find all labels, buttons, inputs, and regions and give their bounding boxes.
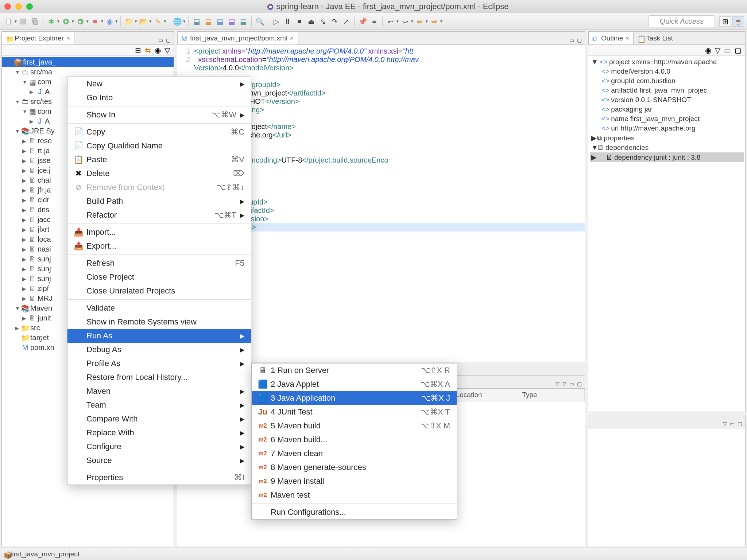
view-menu-icon[interactable]: ▽	[723, 421, 727, 427]
pin-icon[interactable]: 📌	[357, 16, 368, 27]
coverage-icon[interactable]: ◉	[105, 16, 115, 27]
xml-icon[interactable]: ⬓	[227, 16, 237, 27]
new-icon[interactable]	[4, 16, 14, 27]
open-perspective-icon[interactable]: ⊞	[719, 16, 731, 27]
menu-item[interactable]: Show In⌥⌘W▶	[67, 108, 251, 122]
stop-server-icon[interactable]: ■	[90, 16, 100, 27]
menu-item[interactable]: Maven▶	[67, 384, 251, 398]
menu-item[interactable]: Show in Remote Systems view	[67, 315, 251, 329]
menu-item[interactable]: 🟦2 Java Applet⌥⌘X A	[252, 377, 457, 391]
menu-item[interactable]: Close Project	[67, 270, 251, 284]
step-return-icon[interactable]: ↗	[341, 16, 351, 27]
menu-item[interactable]: 📤Export...	[67, 239, 251, 253]
step-over-icon[interactable]: ↷	[329, 16, 340, 27]
jpa-icon[interactable]: ⬓	[191, 16, 202, 27]
maximize-icon[interactable]: ▢	[166, 37, 171, 43]
focus-task-icon[interactable]: ◉	[155, 46, 161, 55]
minimize-icon[interactable]: ▭	[724, 46, 731, 55]
focus-icon[interactable]: ◉	[705, 46, 711, 55]
menu-item[interactable]: Ju4 JUnit Test⌥⌘X T	[252, 405, 457, 419]
menu-item[interactable]: ✖Delete⌦	[67, 167, 251, 180]
close-icon[interactable]: ✕	[66, 35, 70, 41]
quick-access-input[interactable]: Quick Access	[649, 15, 715, 27]
filter-icon[interactable]: ≡	[369, 16, 379, 27]
web-browser-icon[interactable]: 🌐	[172, 16, 182, 27]
view-menu-icon[interactable]: ▽	[165, 46, 170, 55]
filter-icon[interactable]: ▽	[556, 381, 560, 387]
menu-item[interactable]: m26 Maven build...	[252, 433, 457, 447]
menu-item[interactable]: Restore from Local History...	[67, 370, 251, 384]
run-icon[interactable]	[61, 16, 71, 27]
menu-item[interactable]: m29 Maven install	[252, 474, 457, 488]
menu-item[interactable]: Replace With▶	[67, 426, 251, 440]
maximize-icon[interactable]: ▢	[577, 37, 582, 43]
prev-edit-icon[interactable]: ⤺	[386, 16, 396, 27]
menu-item[interactable]: Source▶	[67, 454, 251, 467]
minimize-icon[interactable]: ▭	[569, 381, 574, 387]
new-project-icon[interactable]: 📁	[124, 16, 134, 27]
next-edit-icon[interactable]: ⤻	[400, 16, 410, 27]
close-icon[interactable]: ✕	[290, 35, 294, 41]
menu-item[interactable]: Team▶	[67, 398, 251, 412]
save-all-icon[interactable]	[30, 16, 40, 27]
suspend-icon[interactable]: ⏸	[283, 16, 293, 27]
maximize-icon[interactable]: ▢	[577, 381, 582, 387]
close-icon[interactable]: ✕	[625, 35, 630, 41]
menu-item[interactable]: Validate	[67, 301, 251, 315]
build-icon[interactable]: ✎	[153, 16, 163, 27]
forward-icon[interactable]: ➡	[429, 16, 440, 27]
resume-icon[interactable]: ▷	[271, 16, 281, 27]
menu-item[interactable]: Refactor⌥⌘T▶	[67, 208, 251, 222]
save-icon[interactable]	[18, 16, 28, 27]
menu-item[interactable]: 📋Paste⌘V	[67, 153, 251, 167]
step-into-icon[interactable]: ↘	[318, 16, 328, 27]
menu-item[interactable]: m27 Maven clean	[252, 447, 457, 460]
menu-item[interactable]: New▶	[67, 77, 251, 91]
terminate-icon[interactable]: ■	[294, 16, 305, 27]
link-icon[interactable]: ▽	[715, 46, 720, 55]
debug-icon[interactable]: ✱	[46, 16, 57, 27]
project-explorer-tab[interactable]: 📁 Project Explorer ✕	[2, 32, 74, 44]
view-menu-icon[interactable]: ▽	[562, 381, 566, 387]
menu-item[interactable]: 📄Copy⌘C	[67, 125, 251, 139]
task-list-tab[interactable]: 📋 Task List	[634, 32, 677, 44]
minimize-window-icon[interactable]	[15, 3, 22, 10]
menu-item[interactable]: 📄Copy Qualified Name	[67, 139, 251, 153]
minimize-icon[interactable]: ▭	[158, 37, 163, 43]
menu-item[interactable]: Run Configurations...	[252, 505, 457, 519]
disconnect-icon[interactable]: ⏏	[306, 16, 316, 27]
collapse-all-icon[interactable]: ⊟	[135, 46, 141, 55]
link-editor-icon[interactable]: ⇆	[145, 46, 151, 55]
context-menu-project[interactable]: New▶Go IntoShow In⌥⌘W▶📄Copy⌘C📄Copy Quali…	[67, 77, 251, 485]
maximize-icon[interactable]: ▢	[735, 46, 742, 55]
maximize-icon[interactable]: ▢	[738, 421, 742, 427]
tree-root[interactable]: ▼ 📦 first_java_	[2, 57, 174, 67]
col-location[interactable]: Location	[452, 389, 519, 401]
menu-item[interactable]: Run As▶	[67, 329, 251, 343]
ejb-icon[interactable]: ⬓	[215, 16, 225, 27]
minimize-icon[interactable]: ▭	[569, 37, 574, 43]
menu-item[interactable]: 📥Import...	[67, 225, 251, 239]
menu-item[interactable]: Debug As▶	[67, 343, 251, 357]
run-last-icon[interactable]: ▶	[76, 16, 86, 27]
menu-item[interactable]: m25 Maven build⌥⇧X M	[252, 419, 457, 433]
close-window-icon[interactable]	[4, 3, 11, 10]
menu-item[interactable]: Go Into	[67, 91, 251, 105]
outline-tab[interactable]: ⧉ Outline ✕	[588, 32, 634, 44]
menu-item[interactable]: Build Path▶	[67, 194, 251, 208]
col-type[interactable]: Type	[518, 389, 585, 401]
menu-item[interactable]: Compare With▶	[67, 412, 251, 426]
menu-item[interactable]: Configure▶	[67, 440, 251, 454]
context-submenu-run-as[interactable]: 🖥1 Run on Server⌥⇧X R🟦2 Java Applet⌥⌘X A…	[251, 363, 457, 520]
jpa-diagram-icon[interactable]: ⬓	[203, 16, 213, 27]
editor-tab[interactable]: M first_java_mvn_project/pom.xml ✕	[177, 32, 298, 44]
menu-item[interactable]: Close Unrelated Projects	[67, 284, 251, 298]
menu-item[interactable]: Properties⌘I	[67, 471, 251, 485]
menu-item[interactable]: 🟦3 Java Application⌥⌘X J	[252, 391, 457, 405]
minimize-icon[interactable]: ▭	[730, 421, 735, 427]
menu-item[interactable]: RefreshF5	[67, 256, 251, 270]
schema-icon[interactable]: ⬓	[238, 16, 248, 27]
zoom-window-icon[interactable]	[26, 3, 33, 10]
menu-item[interactable]: m2Maven test	[252, 488, 457, 502]
menu-item[interactable]: Profile As▶	[67, 357, 251, 370]
